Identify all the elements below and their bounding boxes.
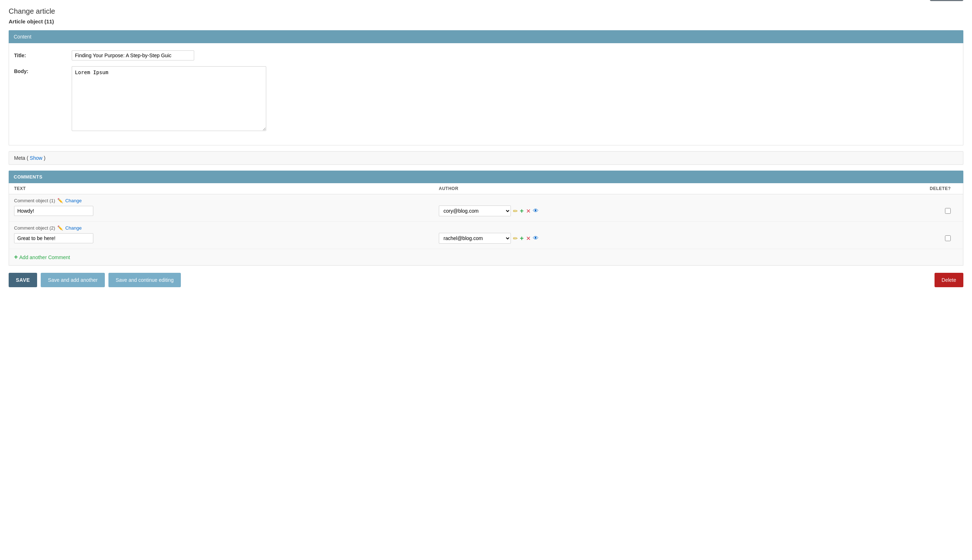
comments-header: COMMENTS (8, 171, 964, 183)
footer-actions: SAVE Save and add another Save and conti… (8, 273, 964, 287)
add-another-label: Add another Comment (20, 255, 70, 260)
save-button[interactable]: SAVE (8, 273, 37, 287)
comment-2-delete-wrapper (769, 235, 958, 241)
col-delete-header: DELETE? (769, 186, 958, 191)
comment-row-1-header: Comment object (1) ✏️ Change (14, 198, 958, 203)
title-input-wrapper (72, 50, 194, 60)
comment-1-delete-checkbox[interactable] (945, 208, 951, 214)
comment-2-delete-icon[interactable]: ✕ (526, 235, 531, 242)
title-label: Title: (14, 50, 72, 58)
col-text-header: TEXT (14, 186, 439, 191)
comment-2-change-link[interactable]: Change (65, 225, 82, 231)
save-and-add-button[interactable]: Save and add another (41, 273, 105, 287)
comment-2-author-select[interactable]: cory@blog.com rachel@blog.com (439, 233, 511, 243)
comment-1-change-link[interactable]: Change (65, 198, 82, 203)
comment-1-author-wrapper: cory@blog.com rachel@blog.com ✏ + ✕ 👁 (439, 205, 769, 216)
history-button[interactable]: HISTORY (930, 0, 964, 1)
comment-2-edit-icon[interactable]: ✏ (513, 235, 518, 242)
comment-2-text-input[interactable] (14, 233, 93, 243)
comment-2-author-wrapper: cory@blog.com rachel@blog.com ✏ + ✕ 👁 (439, 233, 769, 243)
col-author-header: AUTHOR (439, 186, 769, 191)
body-label: Body: (14, 66, 72, 74)
save-and-continue-button[interactable]: Save and continue editing (109, 273, 181, 287)
comment-2-pencil-icon: ✏️ (57, 225, 63, 231)
meta-label: Meta (14, 155, 25, 161)
comment-2-delete-checkbox[interactable] (945, 235, 951, 241)
comment-1-delete-icon[interactable]: ✕ (526, 208, 531, 215)
add-another-comment[interactable]: + Add another Comment (9, 249, 963, 265)
comment-1-pencil-icon: ✏️ (57, 198, 63, 203)
comment-row-1: Comment object (1) ✏️ Change cory@blog.c… (9, 194, 963, 222)
comments-section: COMMENTS TEXT AUTHOR DELETE? Comment obj… (8, 171, 964, 266)
title-field-row: Title: (14, 50, 958, 60)
delete-button[interactable]: Delete (935, 273, 964, 287)
comment-1-edit-icon[interactable]: ✏ (513, 208, 518, 215)
comment-1-object-label: Comment object (1) (14, 198, 55, 203)
comment-1-text-wrapper (14, 206, 439, 216)
body-textarea[interactable]: Lorem Ipsum (72, 66, 266, 131)
comment-1-text-input[interactable] (14, 206, 93, 216)
body-field-row: Body: Lorem Ipsum (14, 66, 958, 132)
comment-1-add-icon[interactable]: + (520, 207, 524, 215)
title-input[interactable] (72, 50, 194, 60)
comments-table: TEXT AUTHOR DELETE? Comment object (1) ✏… (8, 183, 964, 266)
content-section-header: Content (8, 30, 964, 43)
comment-2-fields: cory@blog.com rachel@blog.com ✏ + ✕ 👁 (14, 233, 958, 243)
comment-row-2: Comment object (2) ✏️ Change cory@blog.c… (9, 222, 963, 249)
comment-1-view-icon[interactable]: 👁 (533, 208, 539, 214)
comment-2-view-icon[interactable]: 👁 (533, 235, 539, 242)
content-section: Content Title: Body: Lorem Ipsum (8, 30, 964, 145)
comment-2-object-label: Comment object (2) (14, 225, 55, 231)
comment-2-text-wrapper (14, 233, 439, 243)
meta-section: Meta ( Show ) (8, 151, 964, 165)
meta-show-link[interactable]: Show (30, 155, 42, 161)
add-another-plus-icon: + (14, 253, 18, 261)
object-title: Article object (11) (8, 18, 964, 25)
content-section-body: Title: Body: Lorem Ipsum (8, 43, 964, 145)
comments-col-headers: TEXT AUTHOR DELETE? (9, 183, 963, 194)
comment-1-fields: cory@blog.com rachel@blog.com ✏ + ✕ 👁 (14, 205, 958, 216)
comment-1-delete-wrapper (769, 208, 958, 214)
comment-2-add-icon[interactable]: + (520, 235, 524, 242)
body-input-wrapper: Lorem Ipsum (72, 66, 266, 132)
page-title: Change article (8, 7, 964, 15)
comment-row-2-header: Comment object (2) ✏️ Change (14, 225, 958, 231)
comment-1-author-select[interactable]: cory@blog.com rachel@blog.com (439, 205, 511, 216)
